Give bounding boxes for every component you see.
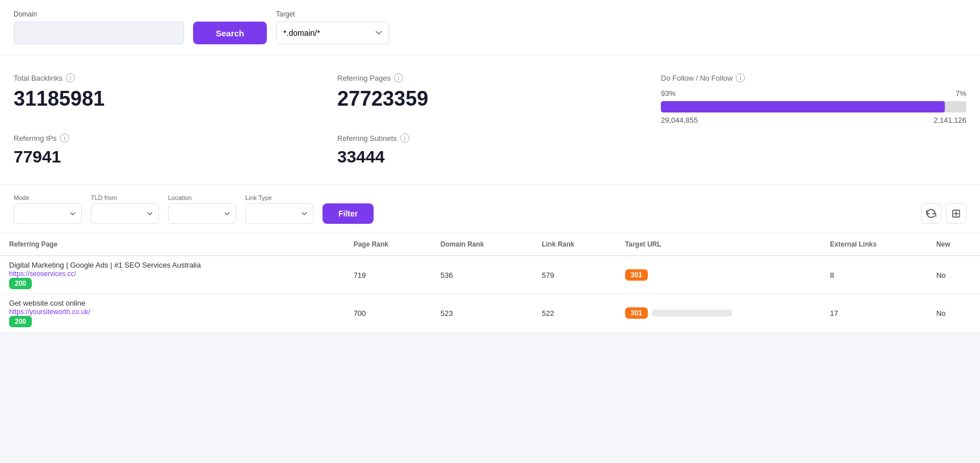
- target-select[interactable]: *.domain/* exact url domain/* *.domain: [276, 22, 390, 44]
- col-new: New: [927, 233, 980, 256]
- refresh-icon: [926, 208, 936, 219]
- nofollow-count: 2,141,126: [933, 116, 966, 124]
- export-button[interactable]: [946, 203, 966, 224]
- link-type-filter-group: Link Type: [245, 194, 313, 224]
- cell-page-rank: 719: [345, 256, 432, 294]
- mode-select[interactable]: [14, 203, 82, 224]
- total-backlinks-info-icon[interactable]: i: [66, 73, 75, 82]
- mode-label: Mode: [14, 194, 82, 201]
- dofollow-pct-row: 93% 7%: [661, 89, 966, 98]
- col-link-rank: Link Rank: [533, 233, 616, 256]
- table-header-row: Referring Page Page Rank Domain Rank Lin…: [0, 233, 980, 256]
- status-badge: 200: [9, 278, 32, 289]
- dofollow-count: 29,044,855: [661, 116, 698, 124]
- cell-external-links: 17: [821, 294, 927, 332]
- cell-referring-page: Get website cost online https://yoursite…: [0, 294, 345, 332]
- tld-label: TLD from: [91, 194, 159, 201]
- referring-pages-info-icon[interactable]: i: [394, 73, 403, 82]
- target-field-group: Target *.domain/* exact url domain/* *.d…: [276, 10, 390, 44]
- target-bar: [652, 310, 732, 316]
- referring-subnets-value: 33444: [337, 147, 643, 166]
- col-referring-page: Referring Page: [0, 233, 345, 256]
- table-section: Referring Page Page Rank Domain Rank Lin…: [0, 233, 980, 332]
- row-url[interactable]: https://seoservices.cc/: [9, 270, 76, 278]
- filters-section: Mode TLD from Location Link Type Filter: [0, 185, 980, 233]
- link-type-select[interactable]: [245, 203, 313, 224]
- filter-button[interactable]: Filter: [323, 203, 374, 224]
- dofollow-pct: 93%: [661, 89, 676, 98]
- row-title: Get website cost online: [9, 299, 336, 307]
- col-external-links: External Links: [821, 233, 927, 256]
- referring-subnets-info-icon[interactable]: i: [400, 134, 409, 143]
- dofollow-info-icon[interactable]: i: [736, 73, 745, 82]
- referring-subnets-label: Referring Subnets i: [337, 134, 643, 143]
- dofollow-count-row: 29,044,855 2,141,126: [661, 116, 966, 124]
- referring-pages-value: 27723359: [337, 87, 643, 111]
- table-row: Get website cost online https://yoursite…: [0, 294, 980, 332]
- location-select[interactable]: [168, 203, 236, 224]
- stats-grid: Total Backlinks i 31185981 Referring IPs…: [14, 73, 966, 166]
- target-badge: 301: [625, 269, 648, 281]
- cell-target-url: 301: [616, 256, 821, 294]
- mode-filter-group: Mode: [14, 194, 82, 224]
- dofollow-bar-container: 93% 7% 29,044,855 2,141,126: [661, 89, 966, 124]
- domain-label: Domain: [14, 10, 184, 18]
- refresh-button[interactable]: [921, 203, 941, 224]
- location-label: Location: [168, 194, 236, 201]
- stats-section: Total Backlinks i 31185981 Referring IPs…: [0, 55, 980, 185]
- referring-ips-label: Referring IPs i: [14, 134, 319, 143]
- dofollow-fill: [661, 101, 945, 112]
- tld-select[interactable]: [91, 203, 159, 224]
- search-button[interactable]: Search: [193, 22, 267, 44]
- domain-input[interactable]: [14, 22, 184, 44]
- row-title: Digital Marketing | Google Ads | #1 SEO …: [9, 261, 336, 269]
- cell-link-rank: 579: [533, 256, 616, 294]
- cell-link-rank: 522: [533, 294, 616, 332]
- cell-referring-page: Digital Marketing | Google Ads | #1 SEO …: [0, 256, 345, 294]
- referring-pages-label: Referring Pages i: [337, 73, 643, 82]
- export-icon: [952, 209, 961, 218]
- col-target-url: Target URL: [616, 233, 821, 256]
- col-domain-rank: Domain Rank: [432, 233, 533, 256]
- dofollow-stat: Do Follow / No Follow i 93% 7% 29,044,85…: [661, 73, 966, 166]
- referring-ips-value: 77941: [14, 147, 319, 166]
- backlinks-table: Referring Page Page Rank Domain Rank Lin…: [0, 233, 980, 332]
- referring-ips-info-icon[interactable]: i: [60, 134, 69, 143]
- cell-external-links: 8: [821, 256, 927, 294]
- target-label: Target: [276, 10, 390, 18]
- total-backlinks-value: 31185981: [14, 87, 319, 111]
- location-filter-group: Location: [168, 194, 236, 224]
- status-badge: 200: [9, 316, 32, 327]
- table-row: Digital Marketing | Google Ads | #1 SEO …: [0, 256, 980, 294]
- top-bar: Domain Search Target *.domain/* exact ur…: [0, 0, 980, 55]
- cell-domain-rank: 536: [432, 256, 533, 294]
- cell-page-rank: 700: [345, 294, 432, 332]
- cell-new: No: [927, 256, 980, 294]
- cell-target-url: 301: [616, 294, 821, 332]
- total-backlinks-label: Total Backlinks i: [14, 73, 319, 82]
- col-page-rank: Page Rank: [345, 233, 432, 256]
- dofollow-label: Do Follow / No Follow i: [661, 73, 966, 82]
- dofollow-bar: [661, 101, 966, 112]
- row-url[interactable]: https://yoursiteworth.co.uk/: [9, 308, 90, 316]
- domain-field-group: Domain: [14, 10, 184, 44]
- referring-pages-stat: Referring Pages i 27723359 Referring Sub…: [337, 73, 643, 166]
- cell-domain-rank: 523: [432, 294, 533, 332]
- filter-actions: [921, 203, 966, 224]
- total-backlinks-stat: Total Backlinks i 31185981 Referring IPs…: [14, 73, 319, 166]
- tld-filter-group: TLD from: [91, 194, 159, 224]
- nofollow-pct: 7%: [956, 89, 966, 98]
- target-badge: 301: [625, 307, 648, 319]
- cell-new: No: [927, 294, 980, 332]
- link-type-label: Link Type: [245, 194, 313, 201]
